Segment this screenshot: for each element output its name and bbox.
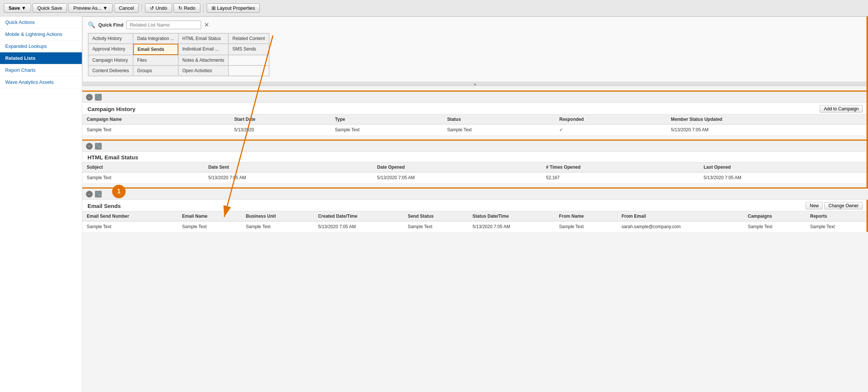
html-email-toolbar: − 🔧 — [82, 141, 868, 152]
email-sends-section: − 🔧 1 Email Sends New Change Owner — [82, 187, 868, 232]
sidebar-item-related-lists[interactable]: Related Lists — [0, 52, 82, 64]
email-sends-title: Email Sends — [87, 203, 121, 209]
rl-empty-1 — [228, 55, 269, 65]
cell-date-opened: 5/13/2020 7:05 AM — [373, 172, 542, 183]
cell-campaign-name: Sample Text — [82, 125, 230, 135]
cell-campaigns: Sample Text — [744, 221, 806, 232]
col-responded: Responded — [555, 114, 667, 125]
rl-individual-email[interactable]: Individual Email ... — [178, 44, 228, 55]
cell-date-sent: 5/13/2020 7:05 AM — [204, 172, 373, 183]
quick-find-input[interactable] — [126, 21, 201, 29]
cell-type: Sample Text — [330, 125, 443, 135]
cell-reports: Sample Text — [806, 221, 868, 232]
undo-button[interactable]: ↺ Undo — [145, 3, 172, 13]
rl-related-content[interactable]: Related Content — [228, 33, 269, 44]
email-sends-new-button[interactable]: New — [806, 202, 823, 209]
content-area: 🔍 Quick Find ✕ Activity History Data Int… — [82, 16, 868, 392]
table-row: Sample Text 5/13/2020 7:05 AM 5/13/2020 … — [82, 172, 868, 183]
rl-approval-history[interactable]: Approval History — [88, 44, 133, 55]
html-email-title: HTML Email Status — [87, 154, 138, 160]
cell-email-send-number: Sample Text — [82, 221, 178, 232]
cell-business-unit: Sample Text — [241, 221, 314, 232]
email-sends-header-row: Email Send Number Email Name Business Un… — [82, 211, 868, 221]
col-last-opened: Last Opened — [699, 162, 868, 172]
cell-created-date-time: 5/13/2020 7:05 AM — [314, 221, 403, 232]
cell-email-name: Sample Text — [178, 221, 241, 232]
rl-empty-2 — [228, 65, 269, 76]
rl-data-integration[interactable]: Data Integration ... — [133, 33, 178, 44]
toolbar-separator-1 — [142, 4, 142, 13]
sidebar-item-mobile-lightning[interactable]: Mobile & Lightning Actions — [0, 28, 82, 40]
col-from-name: From Name — [555, 211, 617, 221]
cell-subject: Sample Text — [82, 172, 204, 183]
email-sends-badge: 1 — [112, 185, 126, 198]
col-member-status-updated: Member Status Updated — [667, 114, 868, 125]
cell-member-status-updated: 5/13/2020 7:05 AM — [667, 125, 868, 135]
redo-icon: ↻ — [178, 5, 182, 11]
rl-email-sends[interactable]: Email Sends — [133, 44, 178, 55]
rl-activity-history[interactable]: Activity History — [88, 33, 133, 44]
col-status: Status — [443, 114, 555, 125]
cancel-button[interactable]: Cancel — [114, 3, 139, 13]
rl-html-email-status[interactable]: HTML Email Status — [178, 33, 228, 44]
section-gap-2 — [82, 135, 868, 140]
rl-open-activities[interactable]: Open Activities — [178, 65, 228, 76]
email-sends-change-owner-button[interactable]: Change Owner — [824, 202, 863, 209]
html-email-minimize-button[interactable]: − — [86, 143, 93, 150]
quick-find-row: 🔍 Quick Find ✕ — [88, 21, 862, 29]
campaign-history-minimize-button[interactable]: − — [86, 94, 93, 101]
campaign-history-table: Campaign Name Start Date Type Status Res… — [82, 114, 868, 135]
col-business-unit: Business Unit — [241, 211, 314, 221]
rl-files[interactable]: Files — [133, 55, 178, 65]
redo-button[interactable]: ↻ Redo — [173, 3, 200, 13]
email-sends-minimize-button[interactable]: − — [86, 191, 93, 197]
main-layout: Quick Actions Mobile & Lightning Actions… — [0, 16, 868, 392]
rl-sms-sends[interactable]: SMS Sends — [228, 44, 269, 55]
rl-notes-attachments[interactable]: Notes & Attachments — [178, 55, 228, 65]
cell-start-date: 5/13/2020 — [230, 125, 330, 135]
email-sends-toolbar: − 🔧 1 — [82, 189, 868, 200]
quick-save-button[interactable]: Quick Save — [33, 3, 67, 13]
html-email-wrench-button[interactable]: 🔧 — [95, 143, 102, 150]
col-times-opened: # Times Opened — [542, 162, 699, 172]
rl-groups[interactable]: Groups — [133, 65, 178, 76]
table-row: Sample Text 5/13/2020 Sample Text Sample… — [82, 125, 868, 135]
col-type: Type — [330, 114, 443, 125]
sidebar-item-quick-actions[interactable]: Quick Actions — [0, 16, 82, 28]
html-email-header-row: Subject Date Sent Date Opened # Times Op… — [82, 162, 868, 172]
sidebar-item-expanded-lookups[interactable]: Expanded Lookups — [0, 40, 82, 52]
col-created-date-time: Created Date/Time — [314, 211, 403, 221]
email-sends-wrench-button[interactable]: 🔧 — [95, 191, 102, 197]
main-toolbar: Save ▼ Quick Save Preview As... ▼ Cancel… — [0, 0, 868, 16]
quick-find-clear-button[interactable]: ✕ — [204, 22, 209, 28]
save-button[interactable]: Save ▼ — [4, 3, 31, 13]
col-send-status: Send Status — [403, 211, 468, 221]
rl-campaign-history[interactable]: Campaign History — [88, 55, 133, 65]
cell-times-opened: 52,167 — [542, 172, 699, 183]
col-reports: Reports — [806, 211, 868, 221]
cell-status: Sample Text — [443, 125, 555, 135]
html-email-status-section: − 🔧 HTML Email Status Subject Date Sent … — [82, 140, 868, 183]
cell-responded: ✓ — [555, 125, 667, 135]
html-email-table: Subject Date Sent Date Opened # Times Op… — [82, 162, 868, 183]
campaign-history-header-row: Campaign Name Start Date Type Status Res… — [82, 114, 868, 125]
campaign-history-header: Campaign History Add to Campaign — [82, 103, 868, 114]
related-list-grid: Activity History Data Integration ... HT… — [88, 33, 270, 76]
quick-find-panel: 🔍 Quick Find ✕ Activity History Data Int… — [82, 16, 868, 82]
preview-button[interactable]: Preview As... ▼ — [68, 3, 113, 13]
html-email-header: HTML Email Status — [82, 152, 868, 162]
add-to-campaign-button[interactable]: Add to Campaign — [820, 105, 863, 113]
sidebar-item-report-charts[interactable]: Report Charts — [0, 64, 82, 76]
scroll-arrow-icon: ▲ — [473, 82, 477, 86]
toolbar-separator-2 — [203, 4, 204, 13]
col-email-name: Email Name — [178, 211, 241, 221]
section-gap-1 — [82, 86, 868, 91]
campaign-history-wrench-button[interactable]: 🔧 — [95, 94, 102, 101]
campaign-history-actions: Add to Campaign — [820, 105, 863, 113]
layout-properties-button[interactable]: ⊞ Layout Properties — [207, 3, 260, 13]
cell-last-opened: 5/13/2020 7:05 AM — [699, 172, 868, 183]
sidebar-item-wave-analytics[interactable]: Wave Analytics Assets — [0, 76, 82, 88]
rl-content-deliveries[interactable]: Content Deliveries — [88, 65, 133, 76]
cell-from-email: sarah.sample@company.com — [617, 221, 744, 232]
col-status-date-time: Status Date/Time — [468, 211, 555, 221]
